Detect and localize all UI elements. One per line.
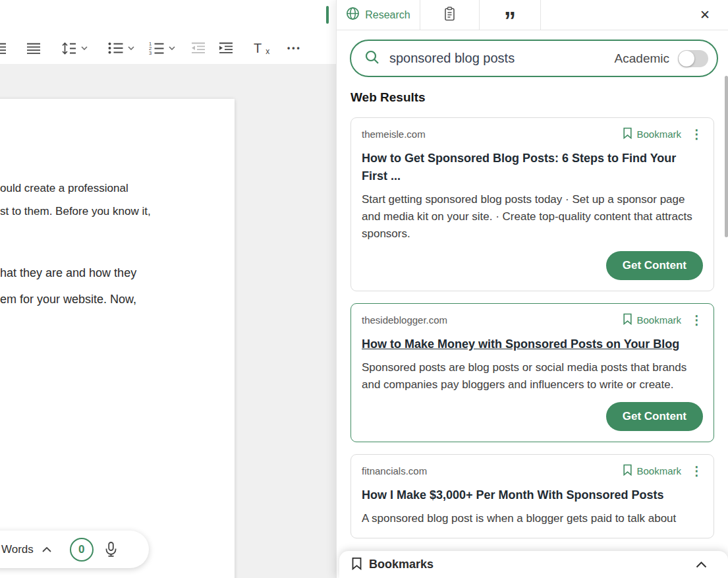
outdent-icon[interactable] — [191, 38, 206, 58]
get-content-button[interactable]: Get Content — [606, 402, 703, 431]
bookmark-icon — [623, 127, 632, 141]
research-panel: Research ” ✕ sponsored blog posts Academ… — [336, 0, 728, 578]
chevron-down-icon — [81, 46, 88, 50]
tab-research-label: Research — [365, 9, 410, 21]
numbered-list-icon: 123 — [149, 42, 164, 55]
result-snippet: A sponsored blog post is when a blogger … — [362, 510, 703, 527]
chevron-down-icon — [169, 46, 175, 50]
globe-icon — [346, 7, 360, 23]
academic-toggle[interactable] — [678, 50, 708, 67]
editor-canvas: ould create a professional st to them. B… — [0, 64, 336, 578]
result-card-header: fitnancials.com Bookmark ⋮ — [362, 464, 703, 478]
bookmarks-label: Bookmarks — [369, 558, 434, 571]
bookmark-label: Bookmark — [636, 129, 681, 140]
document-text: ould create a professional st to them. B… — [0, 177, 191, 312]
word-count-pill[interactable]: Words 0 — [0, 531, 149, 568]
result-domain: thesideblogger.com — [362, 314, 623, 326]
results-heading: Web Results — [350, 90, 728, 105]
word-count-label: Words — [1, 543, 34, 556]
result-domain: themeisle.com — [362, 129, 623, 140]
numbered-list-dropdown[interactable]: 123 — [149, 38, 175, 58]
document-page[interactable]: ould create a professional st to them. B… — [0, 99, 235, 578]
result-title[interactable]: How to Get Sponsored Blog Posts: 6 Steps… — [362, 150, 703, 185]
align-icon[interactable] — [0, 38, 7, 58]
more-options-icon[interactable]: ⋮ — [690, 465, 703, 477]
editor-toolbar: 123 Tx ••• — [0, 0, 336, 64]
bookmark-label: Bookmark — [636, 465, 681, 477]
clear-formatting-icon[interactable]: Tx — [254, 38, 270, 58]
bookmark-button[interactable]: Bookmark — [623, 464, 681, 478]
bookmark-label: Bookmark — [636, 314, 681, 326]
search-query[interactable]: sponsored blog posts — [389, 51, 615, 66]
toolbar-more-icon[interactable]: ••• — [287, 38, 302, 58]
result-actions: Get Content — [362, 402, 703, 431]
justify-icon[interactable] — [26, 38, 41, 58]
panel-tabbar: Research ” ✕ — [337, 0, 728, 30]
word-count-value: 0 — [78, 543, 84, 556]
result-snippet: Start getting sponsored blog posts today… — [362, 191, 703, 243]
result-card[interactable]: fitnancials.com Bookmark ⋮ How I Make $3… — [350, 454, 714, 538]
document-line: hat they are and how they — [0, 260, 191, 286]
line-spacing-dropdown[interactable] — [61, 38, 88, 58]
result-actions: Get Content — [362, 251, 703, 280]
bullet-list-dropdown[interactable] — [108, 38, 134, 58]
bookmark-button[interactable]: Bookmark — [623, 127, 681, 141]
document-line: ould create a professional — [0, 177, 191, 200]
result-snippet: Sponsored posts are blog posts or social… — [362, 359, 703, 393]
svg-text:3: 3 — [149, 50, 152, 55]
result-card[interactable]: themeisle.com Bookmark ⋮ How to Get Spon… — [350, 117, 714, 291]
search-bar[interactable]: sponsored blog posts Academic — [350, 40, 718, 77]
line-spacing-icon — [61, 42, 76, 55]
scrollbar-thumb[interactable] — [725, 76, 728, 237]
document-line: st to them. Before you know it, — [0, 200, 191, 223]
indent-icon[interactable] — [219, 38, 233, 58]
bookmark-icon — [623, 464, 632, 478]
tab-research[interactable]: Research — [337, 0, 420, 30]
tab-notes[interactable] — [420, 0, 480, 30]
result-domain: fitnancials.com — [362, 465, 623, 477]
academic-label: Academic — [615, 51, 669, 66]
tab-citations[interactable]: ” — [480, 0, 541, 30]
toggle-knob — [679, 51, 694, 67]
bullet-list-icon — [108, 42, 123, 54]
document-line: em for your website. Now, — [0, 286, 191, 312]
bookmark-button[interactable]: Bookmark — [623, 313, 681, 327]
more-options-icon[interactable]: ⋮ — [690, 128, 703, 140]
result-card-header: themeisle.com Bookmark ⋮ — [362, 127, 703, 141]
more-options-icon[interactable]: ⋮ — [690, 314, 703, 326]
search-icon — [364, 49, 380, 68]
bookmark-icon — [351, 557, 362, 573]
bookmarks-bar[interactable]: Bookmarks — [339, 551, 728, 578]
bookmark-icon — [623, 313, 632, 327]
result-card[interactable]: thesideblogger.com Bookmark ⋮ How to Mak… — [350, 303, 714, 442]
editor-pane: 123 Tx ••• ould create a profes — [0, 0, 336, 578]
get-content-button[interactable]: Get Content — [606, 251, 703, 280]
result-title[interactable]: How to Make Money with Sponsored Posts o… — [362, 335, 703, 353]
word-count-badge: 0 — [70, 538, 94, 562]
search-area: sponsored blog posts Academic — [337, 30, 728, 77]
results-list: themeisle.com Bookmark ⋮ How to Get Spon… — [337, 105, 728, 578]
close-panel-button[interactable]: ✕ — [700, 7, 710, 22]
clipboard-icon — [443, 7, 456, 24]
tabbar-spacer — [541, 0, 700, 30]
microphone-icon[interactable] — [105, 542, 117, 557]
chevron-up-icon[interactable] — [42, 547, 51, 552]
result-card-header: thesideblogger.com Bookmark ⋮ — [362, 313, 703, 327]
result-title[interactable]: How I Make $3,000+ Per Month With Sponso… — [362, 486, 703, 504]
app-window: 123 Tx ••• ould create a profes — [0, 0, 728, 578]
chevron-up-icon[interactable] — [696, 562, 707, 568]
chevron-down-icon — [128, 46, 134, 50]
panel-resize-handle[interactable] — [326, 6, 329, 24]
